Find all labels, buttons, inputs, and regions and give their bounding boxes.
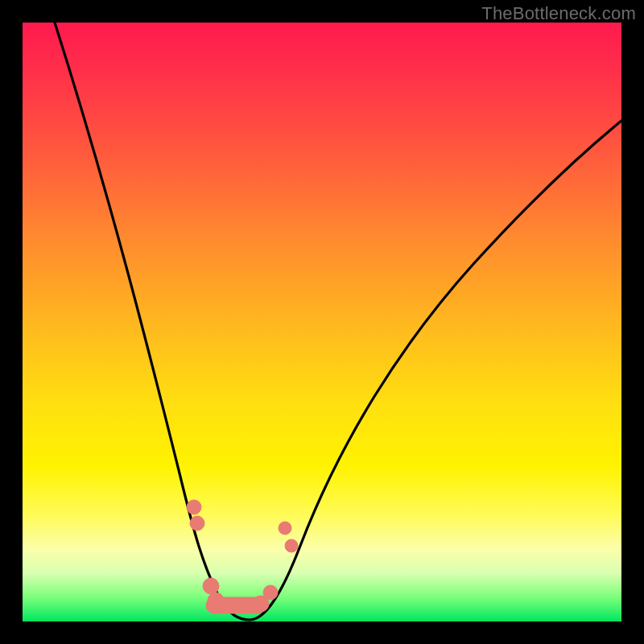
plot-area [23,23,621,621]
marker-dot [263,585,278,600]
bottleneck-curve-svg [23,23,621,621]
marker-dot [187,500,201,514]
marker-dot [285,539,298,552]
marker-dot [203,578,219,594]
marker-dot [208,592,224,609]
chart-frame: TheBottleneck.com [0,0,644,644]
bottleneck-curve [55,23,621,620]
marker-dot [279,522,291,535]
watermark-text: TheBottleneck.com [481,3,636,24]
marker-dot [190,516,204,530]
